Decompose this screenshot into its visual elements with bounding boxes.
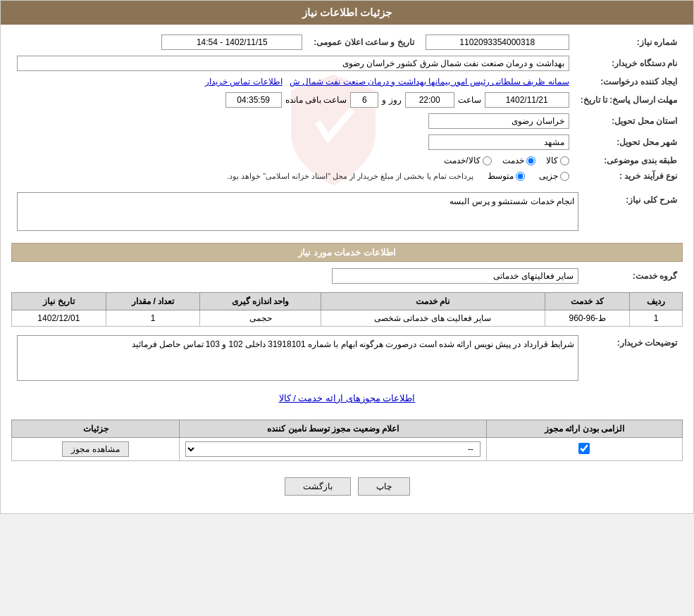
buyer-notes-table: توضیحات خریدار: (11, 332, 683, 386)
services-table-header: ردیف کد خدمت نام خدمت واحد اندازه گیری ت… (12, 293, 683, 310)
announce-datetime-input: 1402/11/15 - 14:54 (161, 34, 302, 50)
row-category: طبقه بندی موضوعی: کالا خدمت (11, 153, 683, 168)
page-header: جزئیات اطلاعات نیاز (1, 1, 693, 25)
row-buyer-notes: توضیحات خریدار: (11, 332, 683, 386)
deadline-time-label: ساعت (458, 95, 481, 105)
deadline-remaining-input: 04:35:59 (225, 92, 282, 108)
radio-jozyi-input[interactable] (560, 172, 569, 181)
contact-info-link[interactable]: اطلاعات تماس خریدار (205, 77, 283, 87)
row-service-group: گروه خدمت: سایر فعالیتهای خدماتی (11, 265, 683, 287)
deadline-time-input: 22:00 (405, 92, 454, 108)
print-button[interactable]: چاپ (358, 477, 410, 496)
buyer-org-input: بهداشت و درمان صنعت نفت شمال شرق کشور خر… (17, 56, 569, 71)
service-group-table: گروه خدمت: سایر فعالیتهای خدماتی (11, 265, 683, 287)
col-code: کد خدمت (545, 293, 629, 310)
row-need-number: شماره نیاز: 1102093354000318 تاریخ و ساع… (11, 32, 683, 53)
buyer-org-label: نام دستگاه خریدار: (575, 53, 683, 74)
col-count: تعداد / مقدار (106, 293, 200, 310)
back-button[interactable]: بازگشت (285, 477, 351, 496)
purchase-type-label: نوع فرآیند خرید : (575, 168, 683, 184)
cell-name: سایر فعالیت های خدماتی شخصی (321, 310, 545, 327)
need-number-input: 1102093354000318 (426, 34, 569, 50)
cell-details: مشاهده مجوز (12, 438, 180, 461)
col-permit-required: الزامی بودن ارائه مجوز (486, 420, 682, 438)
deadline-label: مهلت ارسال پاسخ: تا تاریخ: (575, 89, 683, 111)
view-permit-button[interactable]: مشاهده مجوز (62, 441, 128, 457)
row-deadline: مهلت ارسال پاسخ: تا تاریخ: 1402/11/21 سا… (11, 89, 683, 111)
buyer-notes-label: توضیحات خریدار: (584, 332, 683, 386)
buyer-org-value: بهداشت و درمان صنعت نفت شمال شرق کشور خر… (11, 53, 575, 74)
radio-khadamat: خدمت (502, 156, 535, 165)
col-row: ردیف (630, 293, 683, 310)
main-content: شماره نیاز: 1102093354000318 تاریخ و ساع… (1, 25, 693, 513)
purchase-type-note: پرداخت تمام یا بخشی از مبلغ خریدار از مح… (227, 172, 473, 181)
service-group-input: سایر فعالیتهای خدماتی (332, 268, 578, 284)
col-unit: واحد اندازه گیری (200, 293, 321, 310)
radio-kala-khadamat: کالا/خدمت (444, 156, 491, 165)
radio-kala-input[interactable] (560, 156, 569, 165)
deadline-remaining-label-text: ساعت باقی مانده (285, 95, 347, 105)
radio-mottasat: متوسط (488, 171, 525, 181)
radio-jozyi: جزیی (539, 171, 569, 181)
cell-row: 1 (630, 310, 683, 327)
row-city: شهر محل تحویل: مشهد (11, 132, 683, 153)
service-group-label: گروه خدمت: (584, 265, 683, 287)
radio-kala-label: کالا (546, 156, 558, 165)
radio-jozyi-label: جزیی (539, 171, 558, 181)
radio-khadamat-input[interactable] (526, 156, 535, 165)
table-row: 1 ط-96-960 سایر فعالیت های خدماتی شخصی ح… (12, 310, 683, 327)
permit-section-link[interactable]: اطلاعات مجوزهای ارائه خدمت / کالا (11, 389, 683, 407)
deadline-days-label: روز و (382, 95, 401, 105)
permit-announce-select[interactable]: -- (185, 441, 481, 457)
need-number-label: شماره نیاز: (575, 32, 683, 53)
info-table: شماره نیاز: 1102093354000318 تاریخ و ساع… (11, 32, 683, 184)
description-table: شرح کلی نیاز: <span data-bind="fields.de… (11, 189, 683, 236)
permit-table-header: الزامی بودن ارائه مجوز اعلام وضعیت مجوز … (12, 420, 683, 438)
city-label: شهر محل تحویل: (575, 132, 683, 153)
description-value: <span data-bind="fields.description_valu… (11, 189, 584, 236)
permit-required-checkbox[interactable] (578, 443, 590, 454)
radio-khadamat-label: خدمت (502, 156, 524, 165)
col-date: تاریخ نیاز (12, 293, 106, 310)
city-value: مشهد (11, 132, 575, 153)
cell-date: 1402/12/01 (12, 310, 106, 327)
cell-announce: -- (180, 438, 487, 461)
col-permit-details: جزئیات (12, 420, 180, 438)
province-input: خراسان رضوی (428, 113, 569, 129)
col-permit-announce: اعلام وضعیت مجوز توسط نامین کننده (180, 420, 487, 438)
service-group-value: سایر فعالیتهای خدماتی (11, 265, 584, 287)
cell-code: ط-96-960 (545, 310, 629, 327)
requester-label: ایجاد کننده درخواست: (575, 74, 683, 89)
requester-link[interactable]: سمانه ظریف سلطانی رئیس امور بیمانها بهدا… (290, 77, 569, 87)
permit-table: الزامی بودن ارائه مجوز اعلام وضعیت مجوز … (11, 420, 683, 461)
col-name: نام خدمت (321, 293, 545, 310)
radio-kala-khadamat-label: کالا/خدمت (444, 156, 480, 165)
buyer-notes-textarea[interactable] (17, 335, 578, 381)
page-container: جزئیات اطلاعات نیاز شماره نیاز: (0, 0, 694, 514)
buyer-notes-value (11, 332, 584, 386)
cell-count: 1 (106, 310, 200, 327)
permit-table-row: -- مشاهده مجوز (12, 438, 683, 461)
need-number-value: 1102093354000318 (420, 32, 575, 53)
description-textarea[interactable]: <span data-bind="fields.description_valu… (17, 192, 578, 231)
page-title: جزئیات اطلاعات نیاز (302, 6, 392, 18)
city-input: مشهد (428, 134, 569, 150)
row-purchase-type: نوع فرآیند خرید : جزیی متوسط پرداخت (11, 168, 683, 184)
description-label: شرح کلی نیاز: (584, 189, 683, 236)
province-value: خراسان رضوی (11, 111, 575, 132)
category-value: کالا خدمت کالا/خدمت (11, 153, 575, 168)
services-section-header: اطلاعات خدمات مورد نیاز (11, 243, 683, 262)
province-label: استان محل تحویل: (575, 111, 683, 132)
deadline-days-input: 6 (350, 92, 378, 108)
requester-value: سمانه ظریف سلطانی رئیس امور بیمانها بهدا… (11, 74, 575, 89)
cell-unit: حجمی (200, 310, 321, 327)
radio-kala: کالا (546, 156, 569, 165)
row-description: شرح کلی نیاز: <span data-bind="fields.de… (11, 189, 683, 236)
deadline-date-input: 1402/11/21 (485, 92, 569, 108)
radio-kala-khadamat-input[interactable] (483, 156, 492, 165)
radio-mottasat-input[interactable] (516, 172, 525, 181)
row-province: استان محل تحویل: خراسان رضوی (11, 111, 683, 132)
announce-datetime-value: 1402/11/15 - 14:54 (11, 32, 308, 53)
row-buyer-org: نام دستگاه خریدار: بهداشت و درمان صنعت ن… (11, 53, 683, 74)
button-bar: چاپ بازگشت (11, 467, 683, 506)
